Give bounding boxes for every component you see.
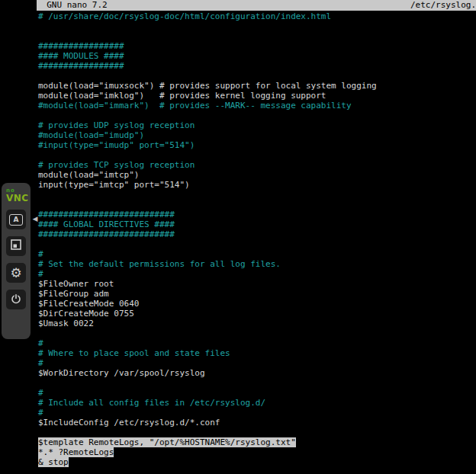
terminal-line: # Include all config files in /etc/rsysl… bbox=[38, 398, 476, 408]
terminal-line bbox=[38, 239, 476, 249]
terminal-line bbox=[38, 71, 476, 81]
terminal-line bbox=[38, 31, 476, 41]
terminal-line: $FileCreateMode 0640 bbox=[38, 299, 476, 309]
terminal-line: # bbox=[38, 408, 476, 418]
terminal-line: module(load="imuxsock") # provides suppo… bbox=[38, 81, 476, 91]
fullscreen-icon bbox=[10, 239, 22, 254]
terminal-line bbox=[38, 328, 476, 338]
terminal-line: #### MODULES #### bbox=[38, 51, 476, 61]
fullscreen-button[interactable] bbox=[6, 236, 26, 256]
terminal-line bbox=[38, 378, 476, 388]
terminal-line: ################# bbox=[38, 41, 476, 51]
terminal-line bbox=[38, 110, 476, 120]
terminal-line: # bbox=[38, 388, 476, 398]
extra-keys-button[interactable]: A bbox=[6, 210, 26, 229]
terminal-line: # Where to place spool and state files bbox=[38, 348, 476, 358]
terminal-line: $FileOwner root bbox=[38, 279, 476, 289]
terminal-line: module(load="imtcp") bbox=[38, 170, 476, 180]
nano-app-title: GNU nano 7.2 bbox=[37, 0, 108, 11]
novnc-logo: no VNC bbox=[6, 188, 26, 203]
terminal-line bbox=[38, 21, 476, 31]
terminal-line: # bbox=[38, 358, 476, 368]
terminal-line bbox=[38, 428, 476, 437]
selected-text: *.* ?RemoteLogs bbox=[38, 447, 114, 457]
terminal-line: & stop bbox=[38, 457, 476, 467]
terminal-line: $IncludeConfig /etc/rsyslog.d/*.conf bbox=[38, 418, 476, 428]
terminal-line: # /usr/share/doc/rsyslog-doc/html/config… bbox=[38, 11, 476, 21]
terminal-line: #input(type="imudp" port="514") bbox=[38, 140, 476, 150]
terminal-line: ########################### bbox=[38, 210, 476, 219]
power-icon bbox=[10, 292, 22, 308]
terminal-line: $Umask 0022 bbox=[38, 319, 476, 328]
terminal-window: GNU nano 7.2 /etc/rsyslog. # /usr/share/… bbox=[37, 0, 476, 474]
vnc-control-panel: no VNC A ⚙ bbox=[2, 183, 31, 339]
terminal-line: #module(load="imudp") bbox=[38, 130, 476, 140]
terminal-line: ################# bbox=[38, 61, 476, 71]
selected-text: & stop bbox=[38, 457, 69, 467]
terminal-line: $template RemoteLogs, "/opt/%HOSTNAME%/r… bbox=[38, 437, 476, 447]
terminal-line: # bbox=[38, 249, 476, 259]
novnc-logo-large: VNC bbox=[6, 194, 26, 203]
terminal-line bbox=[38, 190, 476, 200]
gear-icon: ⚙ bbox=[10, 267, 21, 280]
terminal-line: # provides TCP syslog reception bbox=[38, 160, 476, 170]
power-button[interactable] bbox=[6, 290, 26, 309]
terminal-line bbox=[38, 150, 476, 160]
terminal-line: # bbox=[38, 269, 476, 279]
terminal-line: module(load="imklog") # provides kernel … bbox=[38, 91, 476, 101]
terminal-line: # provides UDP syslog reception bbox=[38, 120, 476, 130]
terminal-line: $FileGroup adm bbox=[38, 289, 476, 299]
terminal-line: ########################### bbox=[38, 229, 476, 239]
terminal-line: #### GLOBAL DIRECTIVES #### bbox=[38, 219, 476, 229]
panel-collapse-handle[interactable]: ◀ bbox=[31, 212, 40, 226]
terminal-body[interactable]: # /usr/share/doc/rsyslog-doc/html/config… bbox=[37, 11, 476, 467]
settings-button[interactable]: ⚙ bbox=[6, 263, 26, 283]
selected-text: $template RemoteLogs, "/opt/%HOSTNAME%/r… bbox=[38, 437, 296, 447]
terminal-line bbox=[38, 200, 476, 210]
terminal-line: # bbox=[38, 338, 476, 348]
keyboard-a-icon: A bbox=[9, 214, 23, 226]
nano-file-path: /etc/rsyslog. bbox=[410, 0, 476, 11]
terminal-line: $DirCreateMode 0755 bbox=[38, 309, 476, 319]
terminal-line: $WorkDirectory /var/spool/rsyslog bbox=[38, 368, 476, 378]
terminal-line: input(type="imtcp" port="514") bbox=[38, 180, 476, 190]
terminal-line: *.* ?RemoteLogs bbox=[38, 447, 476, 457]
terminal-line: #module(load="immark") # provides --MARK… bbox=[38, 101, 476, 110]
nano-titlebar: GNU nano 7.2 /etc/rsyslog. bbox=[37, 0, 476, 11]
terminal-line: # Set the default permissions for all lo… bbox=[38, 259, 476, 269]
